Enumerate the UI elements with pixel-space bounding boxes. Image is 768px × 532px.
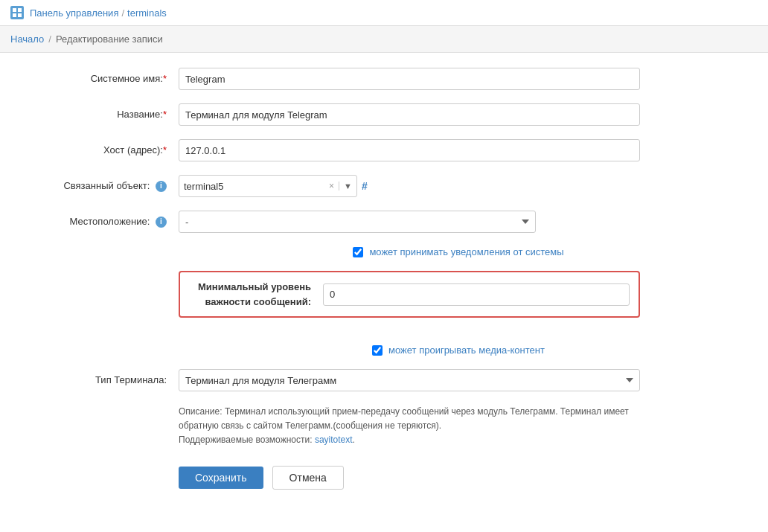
min-level-highlighted: Минимальный уровень важности сообщений:	[179, 271, 640, 318]
required-star: *	[163, 73, 167, 84]
system-name-label: Системное имя:*	[30, 72, 179, 86]
svg-rect-0	[13, 8, 16, 12]
description-text: Описание: Терминал использующий прием-пе…	[30, 405, 640, 448]
required-star3: *	[163, 144, 167, 156]
linked-hash-link[interactable]: #	[362, 180, 368, 192]
notifications-checkbox[interactable]	[353, 247, 363, 257]
sub-breadcrumb-current: Редактирование записи	[56, 33, 163, 45]
name-row: Название:*	[30, 103, 738, 126]
linked-row: Связанный объект: i terminal5 × ▼ #	[30, 175, 738, 197]
location-label: Местоположение: i	[30, 215, 179, 228]
linked-select[interactable]: terminal5 × ▼	[179, 175, 357, 197]
linked-info-icon[interactable]: i	[156, 181, 167, 192]
location-select[interactable]: -	[179, 211, 536, 233]
host-row: Хост (адрес):*	[30, 139, 738, 161]
notifications-label[interactable]: может принимать уведомления от системы	[369, 246, 563, 257]
breadcrumb-top: Панель управления / terminals	[30, 7, 167, 19]
svg-rect-2	[13, 13, 16, 17]
sub-breadcrumb-sep: /	[48, 33, 51, 45]
linked-dropdown-arrow[interactable]: ▼	[339, 182, 352, 190]
linked-object-container: terminal5 × ▼ #	[179, 175, 368, 197]
breadcrumb-sep1: /	[121, 7, 124, 19]
breadcrumb-panel-link[interactable]: Панель управления	[30, 7, 118, 19]
linked-label: Связанный объект: i	[30, 179, 179, 193]
linked-clear-btn[interactable]: ×	[329, 181, 334, 191]
sub-breadcrumb: Начало / Редактирование записи	[0, 26, 768, 53]
supported-label: Поддерживаемые возможности:	[179, 435, 313, 445]
location-info-icon[interactable]: i	[156, 217, 167, 228]
media-checkbox[interactable]	[372, 345, 383, 356]
top-bar: Панель управления / terminals	[0, 0, 768, 26]
supported-link[interactable]: sayitotext	[315, 435, 353, 445]
media-label[interactable]: может проигрывать медиа-контент	[388, 344, 545, 356]
panel-icon	[10, 6, 24, 19]
svg-rect-1	[18, 8, 22, 12]
terminal-type-select[interactable]: Терминал для модуля Телеграмм	[179, 369, 640, 391]
svg-rect-3	[18, 13, 22, 17]
main-content: Системное имя:* Название:* Хост (адрес):…	[0, 53, 768, 519]
buttons-row: Сохранить Отмена	[30, 466, 738, 490]
breadcrumb-terminals-link[interactable]: terminals	[127, 7, 167, 19]
name-label: Название:*	[30, 108, 179, 121]
system-name-row: Системное имя:*	[30, 68, 738, 90]
terminal-type-label: Тип Терминала:	[30, 374, 179, 387]
min-level-label: Минимальный уровень важности сообщений:	[189, 280, 323, 309]
terminal-type-row: Тип Терминала: Терминал для модуля Телег…	[30, 369, 738, 391]
system-name-input[interactable]	[179, 68, 640, 90]
required-star2: *	[163, 109, 167, 120]
sub-breadcrumb-home[interactable]: Начало	[10, 33, 44, 45]
cancel-button[interactable]: Отмена	[272, 466, 344, 490]
min-level-input[interactable]	[323, 283, 630, 306]
notifications-checkbox-row: может принимать уведомления от системы	[30, 246, 738, 257]
linked-value: terminal5	[184, 181, 324, 192]
host-input[interactable]	[179, 139, 640, 161]
save-button[interactable]: Сохранить	[179, 467, 263, 489]
location-row: Местоположение: i -	[30, 211, 738, 233]
host-label: Хост (адрес):*	[30, 144, 179, 157]
media-checkbox-row: может проигрывать медиа-контент	[30, 344, 738, 356]
min-level-wrapper: Минимальный уровень важности сообщений:	[30, 271, 738, 331]
name-input[interactable]	[179, 103, 640, 126]
